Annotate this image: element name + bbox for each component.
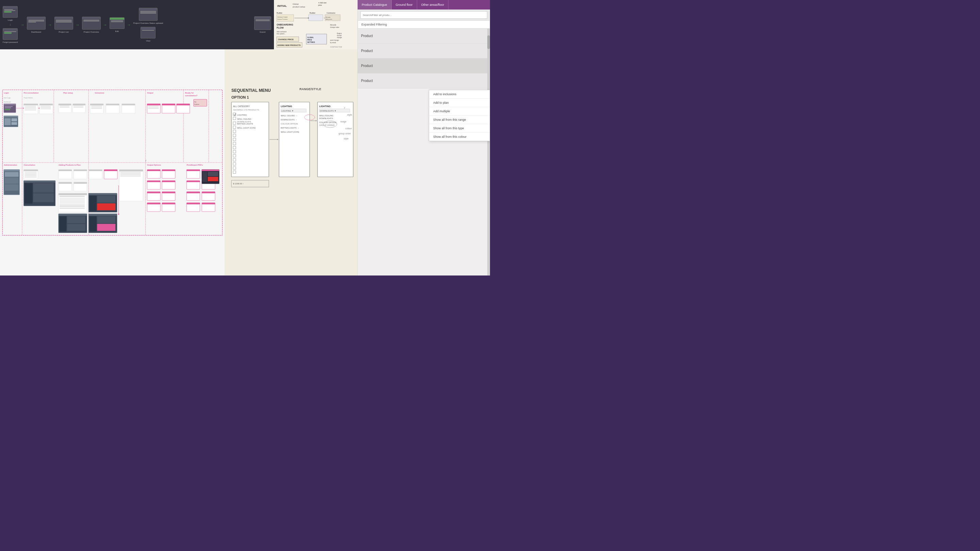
svg-rect-187: [59, 182, 72, 184]
line: [56, 22, 72, 22]
box-body: [55, 19, 73, 23]
tab-ground-floor[interactable]: Ground floor: [392, 0, 417, 10]
dashboard-node: Dashboard: [27, 17, 46, 33]
svg-rect-75: [25, 106, 36, 107]
svg-rect-159: [162, 181, 175, 182]
svg-rect-212: [97, 216, 115, 223]
svg-rect-78: [25, 110, 36, 111]
scrollbar-track[interactable]: [487, 29, 490, 275]
svg-rect-125: [25, 173, 37, 174]
whiteboard-panel: INITIAL Global product-setup ✦ Add own p…: [274, 0, 357, 49]
tab-ground-floor-label: Ground floor: [396, 3, 413, 6]
bottom-row: Login Pre-consultation Plan setup Inclus…: [0, 49, 357, 275]
svg-text:COLOUR OPTION: COLOUR OPTION: [281, 123, 298, 125]
btn: [4, 11, 11, 13]
context-menu-item-add-inclusions[interactable]: Add to inclusions: [429, 90, 490, 98]
svg-rect-145: [25, 183, 33, 203]
svg-rect-195: [60, 206, 85, 207]
edit-label: Edit: [115, 30, 119, 32]
product-item-4[interactable]: Product: [358, 73, 487, 89]
svg-rect-96: [91, 108, 102, 109]
svg-rect-191: [59, 193, 87, 195]
svg-rect-123: [24, 169, 38, 171]
svg-rect-146: [33, 183, 54, 192]
box-body: [255, 19, 271, 22]
tab-other-areas[interactable]: Other areas/floor: [417, 0, 449, 10]
show-type-label: Show all from this type: [433, 127, 464, 130]
edit-node: Edit: [110, 17, 124, 32]
context-menu-item-add-multiple[interactable]: Add multiple: [429, 107, 490, 116]
show-range-label: Show all from this range: [433, 118, 466, 121]
box-body: [3, 30, 18, 34]
svg-text:product-setup: product-setup: [293, 6, 305, 8]
svg-text:PRICE: PRICE: [307, 39, 312, 41]
svg-rect-208: [67, 224, 86, 230]
svg-text:SHOWING 176 PRODUCTS: SHOWING 176 PRODUCTS: [233, 109, 259, 111]
line: [83, 20, 99, 21]
product-item-1[interactable]: Product: [358, 29, 487, 43]
svg-rect-100: [122, 104, 135, 105]
project-list-box: [54, 17, 73, 30]
tab-product-catalogue-label: Product Catalogue: [362, 3, 387, 6]
tab-product-catalogue[interactable]: Product Catalogue: [358, 0, 392, 10]
svg-rect-76: [25, 107, 36, 108]
svg-rect-128: [25, 177, 37, 178]
box-body: [141, 29, 155, 31]
svg-text:FLOW: FLOW: [277, 27, 284, 29]
product-item-2[interactable]: Product: [358, 43, 487, 59]
svg-rect-196: [60, 208, 85, 209]
svg-rect-213: [97, 224, 115, 230]
project-overview2-box: [139, 8, 158, 21]
svg-rect-66: [5, 108, 11, 108]
svg-text:Region: Region: [337, 33, 342, 34]
svg-rect-93: [90, 104, 103, 105]
svg-text:into system...: into system...: [277, 33, 286, 35]
svg-rect-141: [120, 175, 140, 175]
svg-rect-237: [233, 150, 236, 153]
line: [56, 21, 72, 21]
expanded-filtering-label: Expanded Filtering: [361, 23, 387, 26]
context-menu-item-show-range[interactable]: Show all from this range: [429, 116, 490, 124]
svg-text:Ready for: Ready for: [185, 92, 194, 94]
svg-rect-199: [89, 196, 96, 211]
flow-svg: Login Pre-consultation Plan setup Inclus…: [0, 49, 224, 275]
box-body: [82, 19, 100, 22]
context-menu-item-add-plan[interactable]: Add to plan: [429, 98, 490, 107]
svg-rect-103: [148, 106, 159, 106]
project-list-node: Project List: [54, 17, 73, 33]
login-node: Login ↓ Forgot password: [3, 6, 18, 43]
svg-text:WALL/CEILING: WALL/CEILING: [319, 114, 334, 117]
svg-rect-149: [147, 169, 160, 171]
svg-text:price: price: [318, 4, 322, 6]
svg-rect-239: [233, 159, 236, 161]
svg-text:Project Details: Project Details: [24, 97, 33, 98]
svg-text:Selects Products: Selects Products: [277, 18, 288, 20]
svg-rect-77: [25, 108, 36, 109]
svg-text:WALL LIGHT (CON): WALL LIGHT (CON): [237, 127, 256, 129]
svg-text:Administration: Administration: [4, 164, 18, 166]
svg-text:OPTION 1: OPTION 1: [231, 95, 249, 99]
context-menu-item-show-type[interactable]: Show all from this type: [429, 124, 490, 133]
svg-rect-118: [4, 169, 19, 171]
svg-rect-194: [60, 205, 85, 206]
product-item-3[interactable]: Product: [358, 59, 487, 73]
svg-rect-198: [89, 193, 117, 195]
svg-rect-192: [60, 196, 85, 197]
svg-text:Continue: Continue: [194, 104, 199, 105]
svg-text:WALL CEILING: WALL CEILING: [237, 118, 251, 120]
svg-text:LIGHTING: LIGHTING: [319, 105, 331, 108]
svg-text:SETTINGS: SETTINGS: [307, 41, 315, 43]
svg-rect-241: [233, 167, 236, 169]
svg-rect-205: [59, 214, 87, 216]
svg-text:GLOBAL: GLOBAL: [307, 37, 314, 38]
context-menu-item-show-colour[interactable]: Show all from this colour: [429, 133, 490, 141]
svg-rect-142: [120, 176, 140, 176]
svg-rect-81: [40, 106, 51, 107]
search-input[interactable]: [360, 11, 487, 19]
svg-rect-72: [11, 122, 17, 125]
scrollbar-thumb[interactable]: [487, 35, 490, 49]
btn: [4, 32, 11, 34]
svg-rect-98: [106, 104, 119, 105]
svg-rect-225: [233, 117, 236, 120]
tab-other-areas-label: Other areas/floor: [421, 3, 444, 6]
